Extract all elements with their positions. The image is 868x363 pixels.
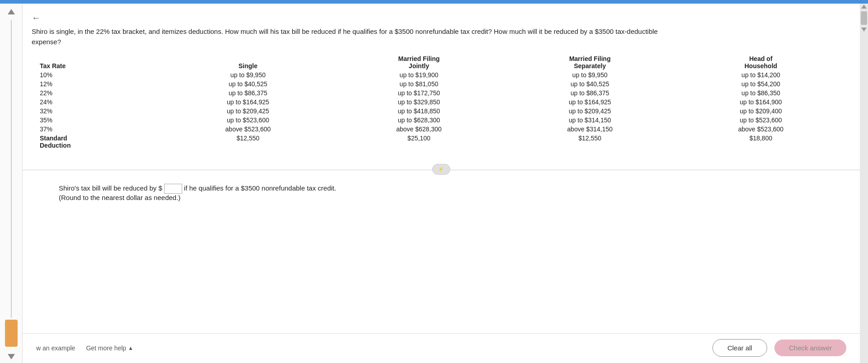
cell-household: up to $164,900 [675,98,846,107]
scroll-thumb[interactable] [861,11,867,25]
bottom-bar: w an example Get more help ▲ Clear all C… [23,333,860,363]
cell-single: up to $40,525 [162,79,333,88]
right-scrollbar [860,4,868,363]
cell-rate: 37% [32,125,162,134]
clear-all-button[interactable]: Clear all [712,339,767,357]
question-text: Shiro is single, in the 22% tax bracket,… [32,27,665,47]
cell-household: up to $523,600 [675,116,846,125]
cell-std-separately: $12,550 [505,134,675,150]
cell-single: up to $523,600 [162,116,333,125]
get-more-help[interactable]: Get more help ▲ [86,344,133,352]
bottom-right: Clear all Check answer [712,339,846,357]
content-area: ← Shiro is single, in the 22% tax bracke… [0,4,868,363]
orange-block [5,320,18,347]
scroll-right-up[interactable] [861,5,867,9]
cell-separately: up to $164,925 [505,98,675,107]
table-row: 37% above $523,600 above $628,300 above … [32,125,846,134]
cell-separately: up to $9,950 [505,70,675,79]
cell-household: above $523,600 [675,125,846,134]
cell-rate: 32% [32,107,162,116]
top-bar [0,0,868,4]
col-header-single: Single [162,54,333,70]
sidebar-line [11,20,12,318]
cell-jointly: up to $628,300 [334,116,505,125]
answer-text: Shiro's tax bill will be reduced by $if … [59,183,846,194]
get-help-label: Get more help [86,344,126,352]
cell-rate: 10% [32,70,162,79]
back-arrow[interactable]: ← [32,13,846,23]
cell-std-household: $18,800 [675,134,846,150]
cell-separately: up to $40,525 [505,79,675,88]
cell-std-label: StandardDeduction [32,134,162,150]
divider-area: ⚡ [23,170,860,170]
cell-household: up to $86,350 [675,88,846,98]
cell-jointly: up to $329,850 [334,98,505,107]
table-row: 10% up to $9,950 up to $19,900 up to $9,… [32,70,846,79]
col-header-married-separately: Married Filing Separately [505,54,675,70]
cell-separately: up to $86,375 [505,88,675,98]
standard-deduction-row: StandardDeduction $12,550 $25,100 $12,55… [32,134,846,150]
cell-single: up to $9,950 [162,70,333,79]
cell-jointly: up to $418,850 [334,107,505,116]
resize-dots: ⚡ [438,167,444,172]
cell-household: up to $14,200 [675,70,846,79]
cell-jointly: up to $172,750 [334,88,505,98]
cell-std-single: $12,550 [162,134,333,150]
upper-section: ← Shiro is single, in the 22% tax bracke… [23,4,860,163]
cell-household: up to $209,400 [675,107,846,116]
scroll-up-arrow[interactable] [8,9,15,14]
cell-separately: above $314,150 [505,125,675,134]
answer-text-before: Shiro's tax bill will be reduced by $ [59,184,162,192]
round-note: (Round to the nearest dollar as needed.) [59,194,846,201]
scroll-right-down[interactable] [861,28,867,32]
cell-rate: 12% [32,79,162,88]
col-header-tax-rate: Tax Rate [32,54,162,70]
tax-table: Tax Rate Single Married Filing Jointly M… [32,54,846,150]
check-answer-button[interactable]: Check answer [774,340,846,356]
answer-input[interactable] [164,184,182,194]
table-row: 22% up to $86,375 up to $172,750 up to $… [32,88,846,98]
left-sidebar [0,4,23,363]
col-header-head-household: Head of Household [675,54,846,70]
table-row: 24% up to $164,925 up to $329,850 up to … [32,98,846,107]
cell-single: up to $164,925 [162,98,333,107]
answer-text-after: if he qualifies for a $3500 nonrefundabl… [184,184,336,192]
table-row: 32% up to $209,425 up to $418,850 up to … [32,107,846,116]
cell-rate: 35% [32,116,162,125]
cell-single: up to $86,375 [162,88,333,98]
bottom-left: w an example Get more help ▲ [36,344,133,352]
lower-section: Shiro's tax bill will be reduced by $if … [23,174,860,334]
scroll-down-arrow[interactable] [8,354,15,359]
resize-handle[interactable]: ⚡ [432,164,450,175]
cell-single: above $523,600 [162,125,333,134]
show-example[interactable]: w an example [36,344,75,352]
cell-separately: up to $209,425 [505,107,675,116]
cell-jointly: above $628,300 [334,125,505,134]
table-row: 35% up to $523,600 up to $628,300 up to … [32,116,846,125]
cell-jointly: up to $19,900 [334,70,505,79]
main-container: ← Shiro is single, in the 22% tax bracke… [0,0,868,363]
cell-single: up to $209,425 [162,107,333,116]
cell-rate: 22% [32,88,162,98]
cell-std-jointly: $25,100 [334,134,505,150]
get-help-arrow: ▲ [128,345,133,351]
cell-rate: 24% [32,98,162,107]
cell-separately: up to $314,150 [505,116,675,125]
cell-household: up to $54,200 [675,79,846,88]
table-row: 12% up to $40,525 up to $81,050 up to $4… [32,79,846,88]
col-header-married-jointly: Married Filing Jointly [334,54,505,70]
cell-jointly: up to $81,050 [334,79,505,88]
